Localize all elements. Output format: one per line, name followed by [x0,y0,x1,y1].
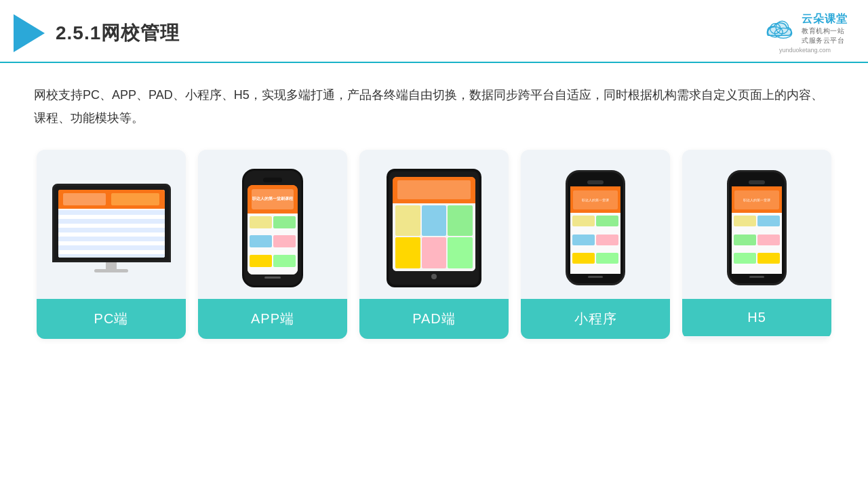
desktop-screen-outer [52,184,171,262]
card-pad: PAD端 [359,150,509,339]
card-pc: PC端 [37,150,186,339]
mini-phone-notch [587,180,604,184]
logo-triangle-icon [14,14,45,52]
card-pad-label: PAD端 [359,299,509,339]
card-pc-image [37,150,186,299]
h5-phone-notch [749,180,765,184]
phone-home-bar [264,277,281,279]
header-left: 2.5.1网校管理 [14,14,180,52]
mini-phone-screen: 职达人的第一堂课 [570,186,620,274]
description-text: 网校支持PC、APP、PAD、小程序、H5，实现多端打通，产品各终端自由切换，数… [34,83,834,129]
header: 2.5.1网校管理 云朵课堂 教育机构一站式服务 [0,0,868,63]
phone-screen: 职达人的第一堂刷课程 [248,185,298,274]
tablet-device-icon [387,169,481,287]
mini-program-phone-icon: 职达人的第一堂课 [566,170,625,285]
desktop-base [94,269,128,272]
brand-tagline: 教育机构一站式服务云平台 [802,26,844,45]
main-content: 网校支持PC、APP、PAD、小程序、H5，实现多端打通，产品各终端自由切换，数… [0,63,868,352]
brand-url: yunduoketang.com [779,47,831,54]
card-h5-image: 职达人的第一堂课 [682,150,831,299]
card-pc-label: PC端 [37,299,186,339]
cloud-icon [762,18,797,40]
desktop-screen-inner [58,190,165,258]
app-phone-device-icon: 职达人的第一堂刷课程 [242,169,303,287]
tablet-screen [393,177,475,271]
brand-text-group: 云朵课堂 教育机构一站式服务云平台 [802,12,848,45]
header-right: 云朵课堂 教育机构一站式服务云平台 yunduoketang.com [762,12,848,54]
card-mini: 职达人的第一堂课 小程序 [521,150,670,339]
card-pad-image [359,150,509,299]
device-cards-grid: PC端 [34,150,834,339]
card-app-image: 职达人的第一堂刷课程 [198,150,347,299]
card-h5-label: H5 [682,299,831,336]
tablet-home-dot [431,274,437,279]
brand-logo: 云朵课堂 教育机构一站式服务云平台 [762,12,848,45]
card-mini-image: 职达人的第一堂课 [521,150,670,299]
card-h5: 职达人的第一堂课 H5 [682,150,831,339]
h5-phone-icon: 职达人的第一堂课 [727,170,787,285]
card-app-label: APP端 [198,299,347,339]
desktop-device-icon [50,184,172,272]
h5-phone-bar [749,276,764,278]
card-app: 职达人的第一堂刷课程 APP端 [198,150,347,339]
mini-phone-bar [588,276,603,278]
phone-notch [263,178,282,182]
card-mini-label: 小程序 [521,299,670,339]
brand-name: 云朵课堂 [802,12,848,26]
desktop-neck [106,262,117,269]
h5-phone-screen: 职达人的第一堂课 [732,186,782,274]
page-title: 2.5.1网校管理 [56,20,180,46]
